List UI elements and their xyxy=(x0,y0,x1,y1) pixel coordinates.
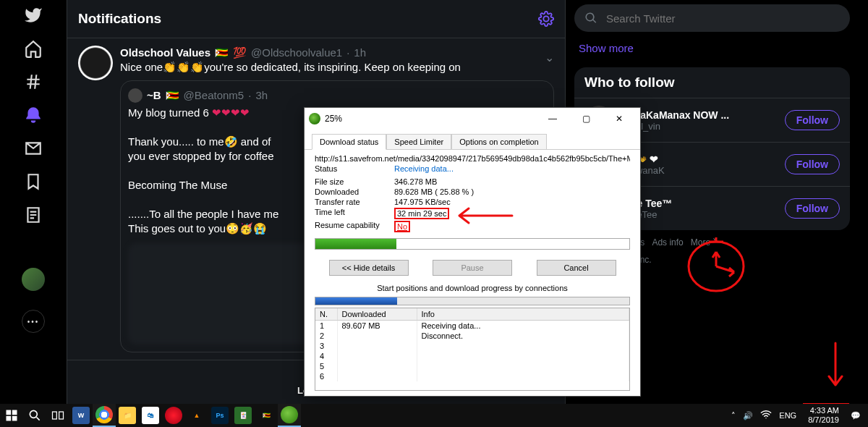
taskbar-app-photoshop[interactable]: Ps xyxy=(208,404,231,427)
author-handle[interactable]: @Oldschoolvalue1 xyxy=(251,46,342,60)
table-row: 189.607 MBReceiving data... xyxy=(315,321,629,331)
table-row: 4 xyxy=(315,351,629,361)
tray-wifi-icon[interactable] xyxy=(760,409,772,422)
idm-tab-download-status[interactable]: Download status xyxy=(312,134,386,150)
idm-resume-no: No xyxy=(397,222,407,231)
svg-rect-1 xyxy=(7,410,12,415)
explore-icon[interactable] xyxy=(24,72,43,91)
lists-icon[interactable] xyxy=(24,206,43,224)
system-tray: ˄ 🔊 ENG 4:33 AM 8/7/2019 💬 xyxy=(731,406,868,425)
idm-download-dialog: 25% — ▢ ✕ Download status Speed Limiter … xyxy=(304,107,641,397)
idm-app-icon xyxy=(309,113,320,124)
tweet-caret-icon[interactable]: ⌄ xyxy=(545,51,554,64)
taskbar-app-flag[interactable]: 🇿🇼 xyxy=(255,404,278,427)
search-box[interactable] xyxy=(574,4,850,32)
taskbar-app-opera[interactable] xyxy=(162,404,185,427)
minimize-button[interactable]: — xyxy=(536,108,569,130)
taskbar-app-word[interactable]: W xyxy=(69,404,93,427)
table-row: 3 xyxy=(315,341,629,351)
taskbar: W 📁 🛍 ▲ Ps 🃏 🇿🇼 ˄ 🔊 ENG 4:33 AM 8/7/2019… xyxy=(0,404,868,427)
cancel-button[interactable]: Cancel xyxy=(537,260,616,276)
svg-rect-2 xyxy=(12,410,17,415)
idm-progress-bar xyxy=(315,238,630,250)
author-flag: 🇿🇼 xyxy=(215,46,229,60)
home-icon[interactable] xyxy=(24,39,43,58)
quoted-handle: @Beatonm5 xyxy=(184,88,244,103)
svg-rect-7 xyxy=(59,412,64,419)
taskbar-app-freecell[interactable]: 🃏 xyxy=(231,404,255,427)
footer-link[interactable]: More ˅ xyxy=(691,237,718,248)
quoted-avatar xyxy=(128,88,142,103)
follow-button[interactable]: Follow xyxy=(785,110,840,130)
hide-details-button[interactable]: << Hide details xyxy=(329,260,409,276)
idm-tab-options[interactable]: Options on completion xyxy=(451,134,546,149)
nav-sidebar: ••• xyxy=(0,0,67,404)
search-taskbar-icon[interactable] xyxy=(23,404,46,427)
idm-title-text: 25% xyxy=(325,114,532,124)
taskbar-app-idm[interactable] xyxy=(278,404,301,427)
idm-status-label: Status xyxy=(315,164,394,173)
settings-icon[interactable] xyxy=(538,11,554,27)
pause-button[interactable]: Pause xyxy=(433,260,512,276)
bookmarks-icon[interactable] xyxy=(24,172,43,191)
notifications-header: Notifications xyxy=(67,0,565,38)
notification-text: Nice one👏👏👏you're so dedicated, its insp… xyxy=(120,60,554,75)
follow-button[interactable]: Follow xyxy=(785,154,840,174)
taskbar-app-explorer[interactable]: 📁 xyxy=(116,404,139,427)
maximize-button[interactable]: ▢ xyxy=(569,108,603,130)
quoted-name: ~B xyxy=(147,88,161,103)
tray-language[interactable]: ENG xyxy=(779,411,796,420)
dot-sep: · xyxy=(346,46,349,60)
twitter-logo-icon[interactable] xyxy=(24,6,43,25)
table-row: 6 xyxy=(315,371,629,381)
table-row: 5 xyxy=(315,361,629,371)
svg-rect-4 xyxy=(12,416,17,421)
follow-button[interactable]: Follow xyxy=(785,198,840,219)
start-button[interactable] xyxy=(0,404,23,427)
notification-time[interactable]: 1h xyxy=(354,46,366,60)
tray-volume-icon[interactable]: 🔊 xyxy=(743,411,753,420)
svg-point-5 xyxy=(30,410,37,418)
svg-rect-3 xyxy=(7,416,12,421)
close-button[interactable]: ✕ xyxy=(603,108,636,130)
tray-chevron-icon[interactable]: ˄ xyxy=(731,411,736,420)
tray-notifications-icon[interactable]: 💬 xyxy=(851,411,861,420)
search-input[interactable] xyxy=(606,12,840,25)
author-name[interactable]: Oldschool Values xyxy=(120,46,210,60)
page-title: Notifications xyxy=(78,11,161,27)
taskbar-app-chrome[interactable] xyxy=(93,404,116,427)
svg-rect-6 xyxy=(53,412,57,419)
task-view-icon[interactable] xyxy=(46,404,69,427)
author-avatar[interactable] xyxy=(78,46,113,80)
search-icon xyxy=(584,12,597,25)
idm-time-left-box: 32 min 29 sec xyxy=(394,208,449,219)
idm-tabs: Download status Speed Limiter Options on… xyxy=(305,130,640,150)
taskbar-app-store[interactable]: 🛍 xyxy=(139,404,162,427)
quoted-time: 3h xyxy=(255,88,268,103)
idm-status-value: Receiving data... xyxy=(394,164,454,173)
who-to-follow-title: Who to follow xyxy=(574,67,850,98)
idm-multi-progress xyxy=(315,297,630,305)
profile-avatar[interactable] xyxy=(22,268,45,291)
idm-connections-caption: Start positions and download progress by… xyxy=(305,282,640,295)
author-badge: 💯 xyxy=(233,46,247,60)
idm-titlebar[interactable]: 25% — ▢ ✕ xyxy=(305,108,640,130)
messages-icon[interactable] xyxy=(24,139,43,158)
table-row: 2Disconnect. xyxy=(315,331,629,341)
idm-progress-fill xyxy=(315,239,396,249)
more-menu-button[interactable]: ••• xyxy=(22,310,45,333)
quoted-flag: 🇿🇼 xyxy=(166,88,179,103)
notifications-icon[interactable] xyxy=(24,106,43,124)
taskbar-app-vlc[interactable]: ▲ xyxy=(185,404,208,427)
idm-url: http://s11.savefrom.net/media/3342098947… xyxy=(315,154,630,163)
idm-connections-table[interactable]: N. Downloaded Info 189.607 MBReceiving d… xyxy=(315,308,630,391)
footer-link[interactable]: Ads info xyxy=(652,237,683,248)
show-more-link[interactable]: Show more xyxy=(574,32,850,64)
tray-clock[interactable]: 4:33 AM 8/7/2019 xyxy=(804,406,843,425)
idm-body: http://s11.savefrom.net/media/3342098947… xyxy=(305,150,640,254)
idm-tab-speed-limiter[interactable]: Speed Limiter xyxy=(386,134,451,149)
